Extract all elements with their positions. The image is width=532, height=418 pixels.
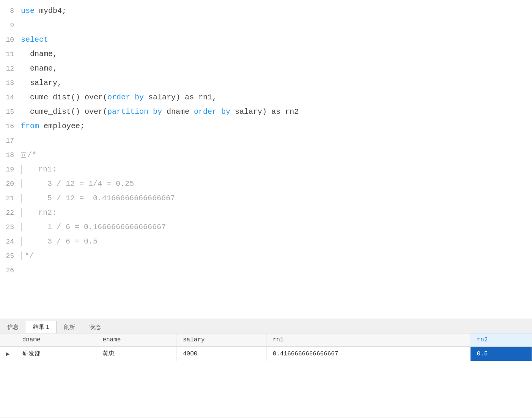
col-header-salary: salary bbox=[176, 333, 266, 347]
line-content: */ bbox=[21, 249, 34, 263]
line-content: dname, bbox=[21, 47, 57, 61]
line-number: 17 bbox=[0, 134, 21, 148]
table-cell: 0.4166666666666667 bbox=[266, 347, 471, 361]
line-content: 5 / 12 = 0.4166666666666667 bbox=[21, 191, 175, 206]
code-line: 23 1 / 6 = 0.1666666666666667 bbox=[0, 220, 532, 234]
code-line: 25*/ bbox=[0, 249, 532, 263]
code-line: 9 bbox=[0, 18, 532, 33]
col-header-rn2: rn2 bbox=[471, 333, 532, 347]
line-number: 24 bbox=[0, 234, 21, 249]
tab-结果 1[interactable]: 结果 1 bbox=[26, 321, 57, 333]
line-content: salary, bbox=[21, 76, 62, 90]
line-content: ename, bbox=[21, 61, 57, 76]
code-line: 10select bbox=[0, 33, 532, 47]
code-line: 11 dname, bbox=[0, 47, 532, 61]
line-content bbox=[21, 134, 25, 148]
line-number: 9 bbox=[0, 18, 21, 33]
tab-bar: 信息结果 1剖析状态 bbox=[0, 319, 532, 333]
col-header-ename: ename bbox=[96, 333, 177, 347]
code-line: 26 bbox=[0, 263, 532, 278]
line-number: 10 bbox=[0, 33, 21, 47]
line-content: use mydb4; bbox=[21, 4, 66, 18]
table-cell: 0.5 bbox=[471, 347, 532, 361]
result-table-container: dnameenamesalaryrn1rn2▶研发部黄忠40000.416666… bbox=[0, 333, 532, 417]
code-line: 21 5 / 12 = 0.4166666666666667 bbox=[0, 191, 532, 206]
line-number: 8 bbox=[0, 4, 21, 18]
line-content: from employee; bbox=[21, 119, 85, 134]
line-number: 18 bbox=[0, 148, 21, 162]
editor-area: 8use mydb4;9 10select11 dname,12 ename,1… bbox=[0, 0, 532, 319]
line-content: rn2: bbox=[21, 206, 57, 220]
line-content: cume_dist() over(order by salary) as rn1… bbox=[21, 90, 217, 105]
code-container: 8use mydb4;9 10select11 dname,12 ename,1… bbox=[0, 0, 532, 278]
line-number: 11 bbox=[0, 47, 21, 61]
code-line: 20 3 / 12 = 1/4 = 0.25 bbox=[0, 177, 532, 191]
line-number: 21 bbox=[0, 191, 21, 206]
line-content: 3 / 6 = 0.5 bbox=[21, 234, 98, 249]
bottom-panel: 信息结果 1剖析状态 dnameenamesalaryrn1rn2▶研发部黄忠4… bbox=[0, 319, 532, 418]
code-line: 24 3 / 6 = 0.5 bbox=[0, 234, 532, 249]
line-content: 1 / 6 = 0.1666666666666667 bbox=[21, 220, 166, 234]
code-line: 16from employee; bbox=[0, 119, 532, 134]
table-cell: 研发部 bbox=[16, 347, 96, 361]
code-line: 17 bbox=[0, 134, 532, 148]
line-content: cume_dist() over(partition by dname orde… bbox=[21, 105, 299, 119]
line-content bbox=[21, 18, 25, 33]
code-line: 13 salary, bbox=[0, 76, 532, 90]
col-header-dname: dname bbox=[16, 333, 96, 347]
line-content: 3 / 12 = 1/4 = 0.25 bbox=[21, 177, 134, 191]
line-content: ⊟/* bbox=[21, 148, 36, 162]
code-line: 18⊟/* bbox=[0, 148, 532, 162]
code-line: 14 cume_dist() over(order by salary) as … bbox=[0, 90, 532, 105]
tab-状态[interactable]: 状态 bbox=[82, 321, 108, 333]
line-number: 20 bbox=[0, 177, 21, 191]
line-number: 15 bbox=[0, 105, 21, 119]
line-content: select bbox=[21, 33, 48, 47]
line-content: rn1: bbox=[21, 162, 57, 177]
code-line: 8use mydb4; bbox=[0, 4, 532, 18]
line-content bbox=[21, 263, 25, 278]
line-number: 26 bbox=[0, 263, 21, 278]
line-number: 16 bbox=[0, 119, 21, 134]
code-line: 22 rn2: bbox=[0, 206, 532, 220]
code-line: 15 cume_dist() over(partition by dname o… bbox=[0, 105, 532, 119]
code-line: 19 rn1: bbox=[0, 162, 532, 177]
table-cell: 黄忠 bbox=[96, 347, 177, 361]
line-number: 13 bbox=[0, 76, 21, 90]
line-number: 19 bbox=[0, 162, 21, 177]
tab-信息[interactable]: 信息 bbox=[0, 321, 26, 333]
table-row: ▶研发部黄忠40000.41666666666666670.5 bbox=[0, 347, 532, 361]
line-number: 14 bbox=[0, 90, 21, 105]
table-cell: 4000 bbox=[176, 347, 266, 361]
result-table: dnameenamesalaryrn1rn2▶研发部黄忠40000.416666… bbox=[0, 333, 532, 361]
line-number: 23 bbox=[0, 220, 21, 234]
tab-剖析[interactable]: 剖析 bbox=[57, 321, 82, 333]
line-number: 12 bbox=[0, 61, 21, 76]
line-number: 22 bbox=[0, 206, 21, 220]
line-number: 25 bbox=[0, 249, 21, 263]
col-header-rn1: rn1 bbox=[266, 333, 471, 347]
code-line: 12 ename, bbox=[0, 61, 532, 76]
